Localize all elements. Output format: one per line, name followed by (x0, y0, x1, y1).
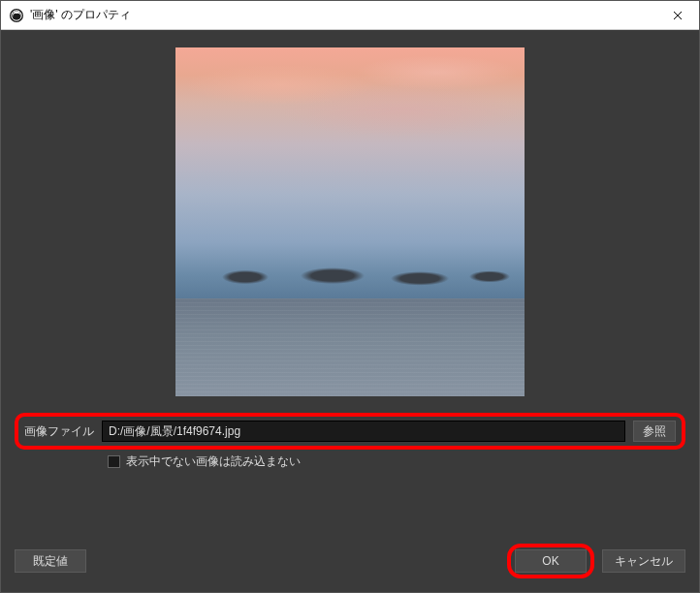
properties-dialog: '画像' のプロパティ 画像ファイル 参照 表示中でない画像は読み込まない (0, 0, 700, 593)
image-file-path-input[interactable] (102, 421, 625, 442)
titlebar: '画像' のプロパティ (1, 1, 699, 30)
browse-button[interactable]: 参照 (633, 421, 676, 442)
obs-icon (9, 8, 24, 23)
image-file-label: 画像ファイル (24, 423, 94, 440)
close-button[interactable] (655, 1, 699, 30)
image-preview (175, 47, 525, 396)
preview-area (1, 30, 699, 413)
cancel-button[interactable]: キャンセル (602, 549, 685, 573)
dialog-footer: 既定値 OK キャンセル (1, 534, 699, 592)
fields-panel: 画像ファイル 参照 表示中でない画像は読み込まない (1, 413, 699, 474)
unload-checkbox-row: 表示中でない画像は読み込まない (15, 450, 685, 474)
unload-checkbox[interactable] (108, 455, 120, 468)
defaults-button[interactable]: 既定値 (15, 549, 86, 573)
unload-checkbox-label: 表示中でない画像は読み込まない (126, 453, 301, 470)
dialog-content: 画像ファイル 参照 表示中でない画像は読み込まない 既定値 OK キャンセル (1, 30, 699, 592)
image-file-row: 画像ファイル 参照 (15, 413, 685, 450)
window-title: '画像' のプロパティ (30, 7, 655, 23)
ok-button[interactable]: OK (515, 549, 587, 573)
ok-highlight: OK (507, 544, 594, 578)
